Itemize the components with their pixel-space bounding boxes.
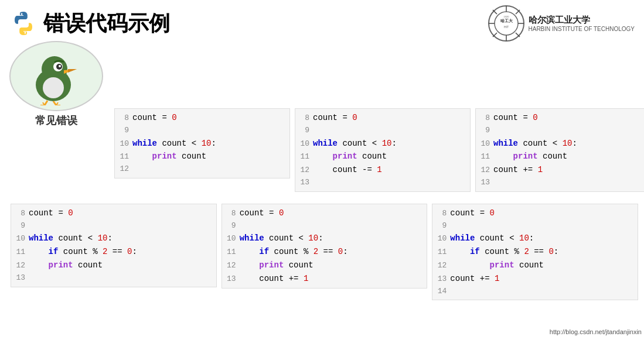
code-line: 12 print count <box>13 259 212 272</box>
code-line: 12count += 1 <box>478 163 644 177</box>
header-left: 错误代码示例 <box>9 9 170 38</box>
code-line: 8count = 0 <box>298 111 465 125</box>
institution-logo: 哈工大 HIT 1920 哈尔滨工业大学 HARBIN INSTITUTE OF… <box>488 5 635 42</box>
code-panel-5: 8count = 0 9 10while count < 10: 11 if c… <box>222 204 428 289</box>
code-line: 10while count < 10: <box>224 232 422 245</box>
code-line: 11 if count % 2 == 0: <box>435 245 633 259</box>
watermark: http://blog.csdn.net/jtandanjinxin <box>550 328 644 335</box>
header: 错误代码示例 哈工大 HIT 1920 哈尔滨工业大学 <box>0 0 644 44</box>
svg-point-22 <box>59 65 61 67</box>
code-line: 12 <box>117 163 285 176</box>
code-line: 10while count < 10: <box>13 232 212 245</box>
svg-point-1 <box>25 32 26 34</box>
bird-svg <box>18 47 94 105</box>
code-line: 11 print count <box>478 150 644 163</box>
code-line: 8count = 0 <box>224 207 422 220</box>
code-line: 9 <box>478 125 644 137</box>
svg-point-0 <box>21 13 23 15</box>
hit-gear-icon: 哈工大 HIT 1920 <box>488 5 525 42</box>
svg-point-17 <box>43 77 64 98</box>
code-row-1: 8count = 0 9 10while count < 10: 11 prin… <box>114 108 638 192</box>
code-line: 10while count < 10: <box>435 232 633 245</box>
code-panel-1: 8count = 0 9 10while count < 10: 11 prin… <box>114 108 290 178</box>
code-row-2: 8count = 0 9 10while count < 10: 11 if c… <box>6 204 638 301</box>
code-line: 10while count < 10: <box>117 137 285 150</box>
code-line: 9 <box>13 220 212 232</box>
svg-line-23 <box>45 101 47 105</box>
code-line: 12 print count <box>224 259 422 272</box>
code-line: 11 if count % 2 == 0: <box>13 245 212 259</box>
page-title: 错误代码示例 <box>43 9 170 38</box>
svg-text:1920: 1920 <box>503 15 509 18</box>
code-line: 13 <box>13 272 212 284</box>
code-panel-4: 8count = 0 9 10while count < 10: 11 if c… <box>11 204 217 287</box>
code-line: 9 <box>435 220 633 232</box>
svg-text:HIT: HIT <box>503 25 508 29</box>
code-line: 8count = 0 <box>117 111 285 125</box>
code-line: 13 count += 1 <box>224 272 422 286</box>
svg-marker-19 <box>68 69 77 73</box>
code-line: 14 <box>435 286 633 298</box>
code-line: 12 count -= 1 <box>298 163 465 177</box>
code-panel-6: 8count = 0 9 10while count < 10: 11 if c… <box>432 204 638 301</box>
svg-text:哈工大: 哈工大 <box>500 18 513 23</box>
code-line: 13count += 1 <box>435 272 633 286</box>
svg-line-24 <box>53 101 56 105</box>
code-line: 8count = 0 <box>13 207 212 220</box>
code-line: 11 if count % 2 == 0: <box>224 245 422 259</box>
code-line: 12 print count <box>435 259 633 272</box>
code-panel-3: 8count = 0 9 10while count < 10: 11 prin… <box>475 108 644 192</box>
mascot-image <box>9 41 103 111</box>
code-line: 13 <box>298 177 465 189</box>
code-grid: 8count = 0 9 10while count < 10: 11 prin… <box>0 108 644 300</box>
code-line: 8count = 0 <box>478 111 644 125</box>
institution-name: 哈尔滨工业大学 HARBIN INSTITUTE OF TECHNOLOGY <box>529 15 635 32</box>
code-line: 10while count < 10: <box>478 137 644 150</box>
code-panel-2: 8count = 0 9 10while count < 10: 11 prin… <box>295 108 471 192</box>
code-line: 9 <box>298 125 465 137</box>
code-line: 9 <box>224 220 422 232</box>
code-line: 10while count < 10: <box>298 137 465 150</box>
code-line: 9 <box>117 125 285 137</box>
code-line: 11 print count <box>117 150 285 163</box>
python-icon <box>9 9 38 37</box>
code-line: 8count = 0 <box>435 207 633 220</box>
code-line: 13 <box>478 177 644 189</box>
code-line: 11 print count <box>298 150 465 163</box>
